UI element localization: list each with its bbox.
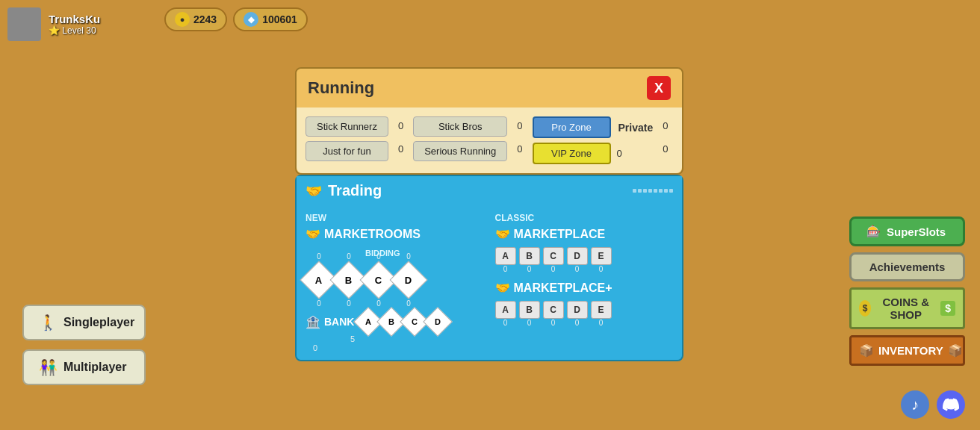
modal-running-body: Stick Runnerz Just for fun 0 0 Stick Bro… <box>297 108 682 173</box>
right-options: Pro Zone Private VIP Zone 0 <box>533 116 654 164</box>
trading-body: NEW 🤝 MARKETROOMS BIDDING 0 A <box>297 205 682 360</box>
modal-running-title: Running <box>308 78 374 98</box>
count5: 0 <box>615 144 624 163</box>
slot-count-a1: 0 <box>503 265 508 273</box>
diamonds-row-new: 0 A 0 0 B 0 <box>306 252 484 308</box>
superslots-icon: 🎰 <box>866 225 881 238</box>
slot-count-c1: 0 <box>551 265 556 273</box>
coin-icon: ● <box>175 12 190 27</box>
dot2 <box>638 189 642 193</box>
slot-count-d2: 0 <box>575 319 580 327</box>
new-label: NEW <box>306 213 484 223</box>
user-level: ⭐ Level 30 <box>49 25 100 36</box>
diamond-b-bottom: 0 <box>347 299 351 308</box>
private-row: Pro Zone Private <box>533 116 654 138</box>
modal-running-header: Running X <box>297 69 682 108</box>
diamond-b-col: 0 B 0 <box>335 252 362 308</box>
pro-zone-button[interactable]: Pro Zone <box>533 116 611 138</box>
currency-bar: ● 2243 ◆ 100601 <box>164 7 308 31</box>
serious-running-button[interactable]: Serious Running <box>413 141 507 161</box>
new-section: NEW 🤝 MARKETROOMS BIDDING 0 A <box>306 213 484 352</box>
right-panel: 🎰 SuperSlots Achievements $ COINS & SHOP… <box>849 216 965 366</box>
dot4 <box>648 189 652 193</box>
bank-row: 🏦 BANK A B C <box>306 311 484 332</box>
diamond-b-label: B <box>345 274 352 285</box>
slot-box-e1[interactable]: E <box>591 247 612 265</box>
slot-box-d2[interactable]: D <box>567 301 588 319</box>
gem-icon: ◆ <box>244 12 258 27</box>
diamond-c-col: 0 C 0 <box>365 252 392 308</box>
marketplace-icon: 🤝 <box>495 227 510 241</box>
slot-box-e2[interactable]: E <box>591 301 612 319</box>
marketrooms-label: 🤝 MARKETROOMS <box>306 227 484 241</box>
inventory-button[interactable]: 📦 INVENTORY 📦 <box>849 335 965 366</box>
slot-a2: A 0 <box>495 301 516 327</box>
marketplace-plus-label: 🤝 MARKETPLACE+ <box>495 281 674 295</box>
slot-box-a2[interactable]: A <box>495 301 516 319</box>
slot-box-b1[interactable]: B <box>519 247 540 265</box>
slot-row-1: A 0 B 0 C 0 D 0 <box>495 247 674 273</box>
diamond-d-count: 0 <box>406 252 411 261</box>
slot-count-b1: 0 <box>527 265 532 273</box>
avatar <box>7 7 41 41</box>
slot-box-c2[interactable]: C <box>543 301 564 319</box>
left-panel: 🚶 Singleplayer 👫 Multiplayer <box>22 305 146 385</box>
diamond-d[interactable]: D <box>390 261 428 299</box>
stick-runnerz-button[interactable]: Stick Runnerz <box>306 116 388 137</box>
gems-pill: ◆ 100601 <box>233 7 308 31</box>
diamond-a-count: 0 <box>317 252 321 261</box>
dot8 <box>669 189 673 193</box>
superslots-button[interactable]: 🎰 SuperSlots <box>849 216 965 246</box>
bank-label: BANK <box>324 316 354 328</box>
coins-amount: 2243 <box>193 13 217 25</box>
slot-c1: C 0 <box>543 247 564 273</box>
counts-col1: 0 0 <box>396 116 406 158</box>
slot-box-a1[interactable]: A <box>495 247 516 265</box>
trading-dots <box>633 189 673 193</box>
coins-shop-button[interactable]: $ COINS & SHOP $ <box>849 287 965 329</box>
slot-box-c1[interactable]: C <box>543 247 564 265</box>
slot-box-d1[interactable]: D <box>567 247 588 265</box>
diamond-d-bottom: 0 <box>406 299 411 308</box>
header: TrunksKu ⭐ Level 30 <box>7 7 100 41</box>
diamond-a-bottom: 0 <box>317 299 321 308</box>
user-info: TrunksKu ⭐ Level 30 <box>49 13 100 36</box>
trading-modal: 🤝 Trading NEW 🤝 MARKETROOMS <box>295 175 683 361</box>
slot-box-b2[interactable]: B <box>519 301 540 319</box>
slot-b1: B 0 <box>519 247 540 273</box>
running-options: Stick Runnerz Just for fun 0 0 Stick Bro… <box>306 116 673 164</box>
bank-icon: 🏦 <box>306 315 320 329</box>
slot-c2: C 0 <box>543 301 564 327</box>
slot-a1: A 0 <box>495 247 516 273</box>
running-modal: Running X Stick Runnerz Just for fun 0 0… <box>295 67 683 361</box>
private-label: Private <box>615 122 654 134</box>
music-icon[interactable]: ♪ <box>901 390 929 419</box>
slot-count-d1: 0 <box>575 265 580 273</box>
dot7 <box>664 189 668 193</box>
achievements-button[interactable]: Achievements <box>849 252 965 281</box>
bank-diamond-d[interactable]: D <box>424 307 453 337</box>
dot3 <box>643 189 647 193</box>
count1: 0 <box>396 116 406 135</box>
close-running-button[interactable]: X <box>647 76 671 100</box>
trading-icon: 🤝 <box>306 183 322 199</box>
just-for-fun-button[interactable]: Just for fun <box>306 141 388 161</box>
singleplayer-icon: 🚶 <box>39 314 58 331</box>
classic-label: CLASSIC <box>495 213 674 223</box>
slot-d1: D 0 <box>567 247 588 273</box>
discord-icon[interactable] <box>937 390 965 419</box>
username: TrunksKu <box>49 13 100 25</box>
count4: 0 <box>515 140 524 158</box>
classic-section: CLASSIC 🤝 MARKETPLACE A 0 B 0 <box>495 213 674 352</box>
singleplayer-button[interactable]: 🚶 Singleplayer <box>22 305 146 340</box>
coins-shop-coin-icon: $ <box>859 300 871 317</box>
counts-col2: 0 0 <box>515 116 524 158</box>
diamond-c-label: C <box>375 274 382 285</box>
vip-zone-button[interactable]: VIP Zone <box>533 143 611 164</box>
count3: 0 <box>515 116 524 135</box>
slot-d2: D 0 <box>567 301 588 327</box>
slot-count-e1: 0 <box>599 265 604 273</box>
multiplayer-button[interactable]: 👫 Multiplayer <box>22 349 146 385</box>
left-options: Stick Runnerz Just for fun <box>306 116 388 161</box>
stick-bros-button[interactable]: Stick Bros <box>413 116 507 137</box>
